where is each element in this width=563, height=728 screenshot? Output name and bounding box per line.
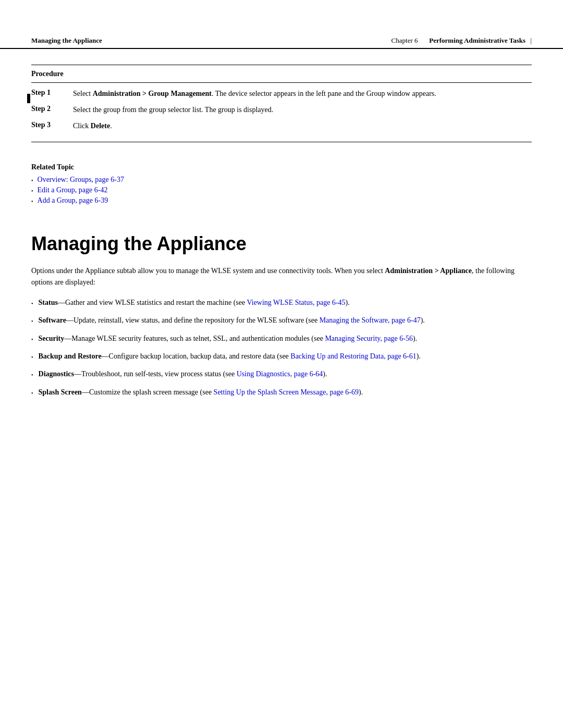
page: Managing the Appliance Chapter 6 Perform…	[0, 31, 563, 728]
step-2-content: Select the group from the group selector…	[73, 104, 532, 115]
step-1-row: Step 1 Select Administration > Group Man…	[31, 88, 532, 99]
bullet-icon-3: •	[31, 199, 33, 204]
related-topic-list: • Overview: Groups, page 6-37 • Edit a G…	[31, 176, 532, 205]
feature-status-text: Status—Gather and view WLSE statistics a…	[39, 297, 532, 309]
bullet-icon-2: •	[31, 188, 33, 194]
procedure-label: Procedure	[31, 70, 64, 78]
link-backup[interactable]: Backing Up and Restoring Data, page 6-61	[290, 352, 416, 360]
step-1-label: Step 1	[31, 88, 73, 97]
link-diagnostics[interactable]: Using Diagnostics, page 6-64	[237, 370, 323, 378]
bullet-dot-3: •	[31, 336, 33, 344]
step-3-label: Step 3	[31, 120, 73, 129]
step-2-row: Step 2 Select the group from the group s…	[31, 104, 532, 115]
bullet-dot-5: •	[31, 371, 33, 379]
related-topic-link-1[interactable]: Overview: Groups, page 6-37	[38, 176, 124, 184]
feature-item-software: • Software—Update, reinstall, view statu…	[31, 315, 532, 326]
header-section-label: Managing the Appliance	[31, 36, 102, 45]
feature-item-splash: • Splash Screen—Customize the splash scr…	[31, 387, 532, 398]
intro-paragraph: Options under the Appliance subtab allow…	[31, 265, 532, 289]
related-topic-section: Related Topic • Overview: Groups, page 6…	[31, 158, 532, 212]
bullet-dot-6: •	[31, 389, 33, 398]
header-title: Performing Administrative Tasks	[429, 36, 525, 45]
related-topic-header: Related Topic	[31, 163, 532, 171]
feature-item-status: • Status—Gather and view WLSE statistics…	[31, 297, 532, 309]
step-2-label: Step 2	[31, 104, 73, 113]
procedure-steps: Step 1 Select Administration > Group Man…	[31, 83, 532, 142]
link-software[interactable]: Managing the Software, page 6-47	[320, 316, 421, 324]
bullet-dot-1: •	[31, 300, 33, 308]
feature-item-diagnostics: • Diagnostics—Troubleshoot, run self-tes…	[31, 368, 532, 380]
feature-item-backup: • Backup and Restore—Configure backup lo…	[31, 351, 532, 362]
feature-list: • Status—Gather and view WLSE statistics…	[31, 297, 532, 398]
feature-backup-text: Backup and Restore—Configure backup loca…	[39, 351, 532, 362]
feature-item-security: • Security—Manage WLSE security features…	[31, 333, 532, 344]
bullet-dot-2: •	[31, 317, 33, 326]
header-chapter-title: Chapter 6 Performing Administrative Task…	[391, 36, 532, 45]
procedure-section: Procedure Step 1 Select Administration >…	[31, 65, 532, 142]
main-heading: Managing the Appliance	[31, 233, 532, 255]
related-topic-item-2: • Edit a Group, page 6-42	[31, 186, 532, 194]
bullet-dot-4: •	[31, 353, 33, 362]
related-topic-item-3: • Add a Group, page 6-39	[31, 196, 532, 205]
main-content: Procedure Step 1 Select Administration >…	[0, 49, 563, 436]
feature-security-text: Security—Manage WLSE security features, …	[39, 333, 532, 344]
feature-splash-text: Splash Screen—Customize the splash scree…	[39, 387, 532, 398]
step-3-row: Step 3 Click Delete.	[31, 120, 532, 131]
related-topic-item-1: • Overview: Groups, page 6-37	[31, 176, 532, 184]
page-header: Managing the Appliance Chapter 6 Perform…	[0, 31, 563, 49]
step-3-content: Click Delete.	[73, 120, 532, 131]
margin-indicator	[27, 94, 30, 103]
bullet-icon-1: •	[31, 178, 33, 183]
link-status[interactable]: Viewing WLSE Status, page 6-45	[247, 299, 345, 306]
feature-software-text: Software—Update, reinstall, view status,…	[39, 315, 532, 326]
link-security[interactable]: Managing Security, page 6-56	[325, 335, 413, 342]
related-topic-link-3[interactable]: Add a Group, page 6-39	[38, 196, 108, 205]
step-1-content: Select Administration > Group Management…	[73, 88, 532, 99]
feature-diagnostics-text: Diagnostics—Troubleshoot, run self-tests…	[39, 368, 532, 380]
related-topic-link-2[interactable]: Edit a Group, page 6-42	[38, 186, 108, 194]
header-chapter: Chapter 6	[391, 36, 418, 45]
procedure-header: Procedure	[31, 65, 532, 83]
link-splash[interactable]: Setting Up the Splash Screen Message, pa…	[214, 388, 359, 396]
